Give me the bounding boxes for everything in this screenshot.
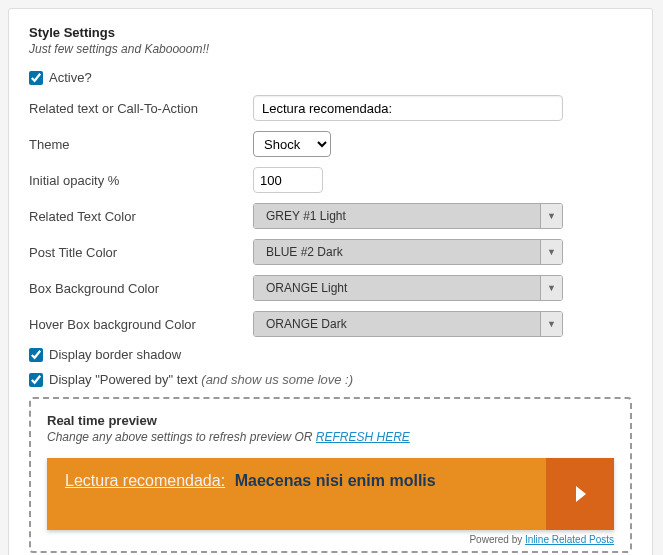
hover-bg-select[interactable]: ORANGE Dark ▼ (253, 311, 563, 337)
opacity-label: Initial opacity % (29, 173, 253, 188)
related-text-row: Related text or Call-To-Action (29, 95, 632, 121)
related-text-label: Related text or Call-To-Action (29, 101, 253, 116)
powered-by-text: Powered by Inline Related Posts (47, 534, 614, 545)
dropdown-arrow-icon: ▼ (540, 276, 562, 300)
hover-bg-label: Hover Box background Color (29, 317, 253, 332)
border-shadow-label: Display border shadow (49, 347, 181, 362)
theme-select[interactable]: Shock (253, 131, 331, 157)
cta-label: Lectura recomendada: (65, 472, 225, 489)
powered-by-label: Display "Powered by" text (and show us s… (49, 372, 353, 387)
active-label: Active? (49, 70, 92, 85)
chevron-right-icon (568, 482, 592, 506)
opacity-input[interactable] (253, 167, 323, 193)
section-heading: Style Settings (29, 25, 632, 40)
powered-by-row: Display "Powered by" text (and show us s… (29, 372, 632, 387)
related-color-value: GREY #1 Light (254, 204, 540, 228)
refresh-link[interactable]: REFRESH HERE (316, 430, 410, 444)
theme-label: Theme (29, 137, 253, 152)
title-color-select[interactable]: BLUE #2 Dark ▼ (253, 239, 563, 265)
border-shadow-checkbox[interactable] (29, 348, 43, 362)
theme-row: Theme Shock (29, 131, 632, 157)
box-bg-label: Box Background Color (29, 281, 253, 296)
dropdown-arrow-icon: ▼ (540, 240, 562, 264)
related-color-row: Related Text Color GREY #1 Light ▼ (29, 203, 632, 229)
powered-by-link[interactable]: Inline Related Posts (525, 534, 614, 545)
dropdown-arrow-icon: ▼ (540, 204, 562, 228)
preview-subtitle: Change any above settings to refresh pre… (47, 430, 614, 444)
style-settings-panel: Style Settings Just few settings and Kab… (8, 8, 653, 555)
border-shadow-row: Display border shadow (29, 347, 632, 362)
active-checkbox-row: Active? (29, 70, 632, 85)
title-color-row: Post Title Color BLUE #2 Dark ▼ (29, 239, 632, 265)
title-color-label: Post Title Color (29, 245, 253, 260)
preview-title: Real time preview (47, 413, 614, 428)
related-color-select[interactable]: GREY #1 Light ▼ (253, 203, 563, 229)
box-bg-select[interactable]: ORANGE Light ▼ (253, 275, 563, 301)
related-text-input[interactable] (253, 95, 563, 121)
related-color-label: Related Text Color (29, 209, 253, 224)
related-post-preview: Lectura recomendada: Maecenas nisi enim … (47, 458, 614, 530)
related-post-main[interactable]: Lectura recomendada: Maecenas nisi enim … (47, 458, 546, 530)
box-bg-row: Box Background Color ORANGE Light ▼ (29, 275, 632, 301)
hover-bg-row: Hover Box background Color ORANGE Dark ▼ (29, 311, 632, 337)
title-color-value: BLUE #2 Dark (254, 240, 540, 264)
dropdown-arrow-icon: ▼ (540, 312, 562, 336)
opacity-row: Initial opacity % (29, 167, 632, 193)
section-subheading: Just few settings and Kaboooom!! (29, 42, 632, 56)
hover-bg-value: ORANGE Dark (254, 312, 540, 336)
preview-box: Real time preview Change any above setti… (29, 397, 632, 553)
powered-by-checkbox[interactable] (29, 373, 43, 387)
active-checkbox[interactable] (29, 71, 43, 85)
post-title: Maecenas nisi enim mollis (235, 472, 436, 489)
related-post-arrow[interactable] (546, 458, 614, 530)
box-bg-value: ORANGE Light (254, 276, 540, 300)
